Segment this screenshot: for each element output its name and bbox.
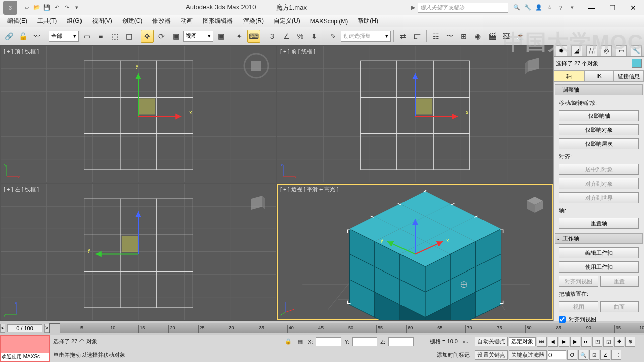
subtab-link[interactable]: 链接信息 (614, 70, 644, 82)
display-tab-icon[interactable]: ▭ (616, 45, 627, 56)
percent-snap-icon[interactable]: % (294, 30, 307, 43)
angle-snap-icon[interactable]: ∠ (280, 30, 293, 43)
next-frame-icon[interactable]: ▶ (570, 337, 580, 347)
y-input[interactable] (352, 337, 377, 346)
keyfilter-button[interactable]: 关键点过滤器 (509, 350, 547, 360)
align-to-view-checkbox[interactable]: 对齐到视图 (559, 316, 639, 323)
affect-object-only-button[interactable]: 仅影响对象 (559, 124, 639, 135)
add-time-tag[interactable]: 添加时间标记 (437, 351, 470, 359)
menu-tools[interactable]: 工具(T) (32, 15, 62, 27)
viewcube-icon[interactable] (520, 191, 546, 217)
viewcube-icon[interactable] (243, 53, 269, 79)
close-button[interactable]: ✕ (623, 1, 644, 15)
scale-tool-icon[interactable]: ▣ (169, 30, 182, 43)
nav4-icon[interactable]: ⊕ (625, 337, 635, 347)
maxscript-listener[interactable]: 欢迎使用 MAXSc (0, 335, 50, 362)
nav3-icon[interactable]: ✥ (614, 337, 624, 347)
menu-create[interactable]: 创建(C) (117, 15, 148, 27)
viewport-front-label[interactable]: [ + ] 前 [ 线框 ] (280, 48, 315, 55)
move-tool-icon[interactable]: ✥ (141, 30, 154, 43)
viewport-left[interactable]: [ + ] 左 [ 线框 ] y yz (1, 184, 276, 320)
viewport-perspective[interactable]: [ + ] 透视 [ 平滑 + 高光 ] (277, 184, 553, 320)
search-input[interactable]: 键入关键字或短语 (418, 3, 508, 13)
goto-end-icon[interactable]: ⏭ (581, 337, 591, 347)
schematic-icon[interactable]: ⊞ (457, 30, 470, 43)
affect-pivot-only-button[interactable]: 仅影响轴 (559, 110, 639, 121)
keyboard-shortcut-icon[interactable]: ⌨ (247, 30, 260, 43)
align-to-world-button[interactable]: 对齐到世界 (559, 192, 639, 203)
key-icon[interactable]: 🔧 (523, 3, 532, 12)
play-icon[interactable]: ▶ (559, 337, 569, 347)
time-slider[interactable]: 510152025303540455055606570758085909510 (49, 323, 644, 333)
hierarchy-tab-icon[interactable]: 品 (586, 45, 597, 56)
prev-frame-icon[interactable]: ◀ (548, 337, 558, 347)
time-config-icon[interactable]: ⏱ (567, 350, 577, 360)
center-to-object-button[interactable]: 居中到对象 (559, 164, 639, 175)
create-tab-icon[interactable]: ✹ (556, 45, 567, 56)
named-selset-combo[interactable]: 创建选择集▾ (341, 31, 391, 42)
star-icon[interactable]: ☆ (545, 3, 554, 12)
menu-view[interactable]: 视图(V) (87, 15, 117, 27)
minimize-button[interactable]: — (581, 1, 602, 15)
view-button[interactable]: 视图 (559, 301, 598, 312)
render-frame-icon[interactable]: 🖼 (500, 30, 513, 43)
motion-tab-icon[interactable]: ◎ (601, 45, 612, 56)
subtab-axis[interactable]: 轴 (554, 70, 584, 82)
menu-help[interactable]: 帮助(H) (353, 15, 383, 27)
binoculars-icon[interactable]: 🔍 (512, 3, 521, 12)
viewcube-icon[interactable] (520, 53, 546, 79)
app-logo-icon[interactable]: 3 (3, 1, 17, 15)
help-icon[interactable]: ? (556, 3, 566, 12)
menu-custom[interactable]: 自定义(U) (269, 15, 305, 27)
open-icon[interactable]: 📂 (32, 3, 41, 12)
comm-icon[interactable]: 👤 (534, 3, 543, 12)
viewport-front[interactable]: [ + ] 前 [ 线框 ] x xz (277, 46, 553, 183)
lock-icon[interactable]: 🔒 (284, 337, 293, 346)
x-input[interactable] (316, 337, 341, 346)
viewport-left-label[interactable]: [ + ] 左 [ 线框 ] (4, 186, 39, 193)
align-to-view-button[interactable]: 对齐到视图 (559, 276, 598, 287)
time-slider-thumb[interactable] (49, 323, 60, 333)
bind-icon[interactable]: 〰 (30, 30, 43, 43)
color-swatch[interactable] (632, 59, 642, 68)
manipulate-icon[interactable]: ✦ (233, 30, 246, 43)
menu-maxscript[interactable]: MAXScript(M) (305, 16, 353, 26)
viewport-top[interactable]: [ + ] 顶 [ 线框 ] xy xy (1, 46, 276, 183)
menu-modifier[interactable]: 修改器 (147, 15, 176, 27)
viewport-top-label[interactable]: [ + ] 顶 [ 线框 ] (4, 48, 39, 55)
nav-zoom-icon[interactable]: 🔍 (578, 350, 588, 360)
sel-lock-icon[interactable]: ▦ (296, 337, 305, 346)
use-working-pivot-button[interactable]: 使用工作轴 (559, 261, 639, 273)
align-to-object-button[interactable]: 对齐到对象 (559, 178, 639, 189)
spinner-snap-icon[interactable]: ⬍ (308, 30, 321, 43)
key-target-combo[interactable]: 选定对象 (509, 337, 536, 346)
save-icon[interactable]: 💾 (42, 3, 51, 12)
nav-max-icon[interactable]: ⛶ (611, 350, 621, 360)
help-dropdown-icon[interactable]: ▾ (568, 3, 577, 12)
subtab-ik[interactable]: IK (584, 70, 614, 82)
new-icon[interactable]: ▱ (22, 3, 31, 12)
maximize-button[interactable]: ☐ (602, 1, 623, 15)
frame-input[interactable] (548, 350, 566, 359)
nav2-icon[interactable]: ◱ (603, 337, 613, 347)
timeline-prev-icon[interactable]: < (0, 324, 5, 333)
viewcube-icon[interactable] (243, 191, 269, 217)
link-icon[interactable]: 🔗 (2, 30, 15, 43)
qat-dropdown-icon[interactable]: ▾ (72, 3, 82, 12)
goto-start-icon[interactable]: ⏮ (537, 337, 547, 347)
setkey-button[interactable]: 设置关键点 (475, 350, 508, 360)
align-icon[interactable]: ⫍ (411, 30, 424, 43)
redo-icon[interactable]: ↷ (62, 3, 71, 12)
utilities-tab-icon[interactable]: 🔧 (631, 45, 642, 56)
mirror-icon[interactable]: ⇄ (396, 30, 410, 43)
snap-3d-icon[interactable]: 3 (266, 30, 279, 43)
render-setup-icon[interactable]: 🎬 (486, 30, 499, 43)
menu-anim[interactable]: 动画 (176, 15, 198, 27)
select-by-name-icon[interactable]: ≡ (94, 30, 107, 43)
menu-grapheditor[interactable]: 图形编辑器 (198, 15, 238, 27)
affect-hierarchy-only-button[interactable]: 仅影响层次 (559, 138, 639, 149)
key-icon-status[interactable]: 🗝 (461, 337, 470, 346)
window-crossing-icon[interactable]: ◫ (122, 30, 135, 43)
curve-editor-icon[interactable]: 〜 (443, 30, 456, 43)
nav-fov-icon[interactable]: ∠ (600, 350, 610, 360)
